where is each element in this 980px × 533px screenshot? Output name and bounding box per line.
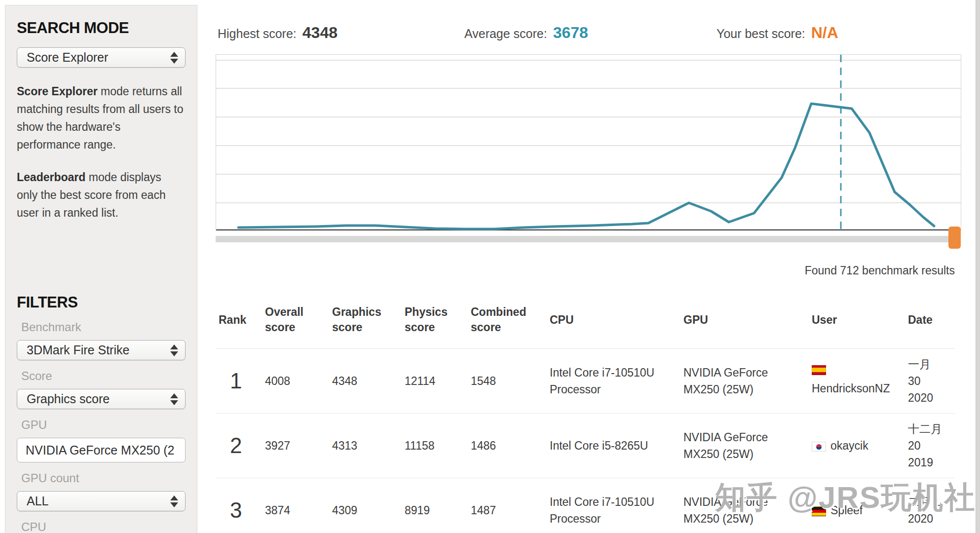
search-mode-select-value: Score Explorer xyxy=(27,50,170,65)
search-mode-heading: SEARCH MODE xyxy=(17,19,185,37)
header-user: User xyxy=(812,312,908,328)
average-score-summary: Average score: 3678 xyxy=(464,24,588,42)
chart-scrollbar-thumb[interactable] xyxy=(948,227,961,249)
user-cell[interactable]: okaycik xyxy=(812,437,908,454)
user-name: okaycik xyxy=(830,439,868,452)
overall-score-value: 3927 xyxy=(265,437,332,454)
user-cell[interactable]: HendricksonNZ xyxy=(812,365,908,397)
highest-score-value: 4348 xyxy=(302,24,338,42)
physics-score-value: 8919 xyxy=(405,502,471,519)
highest-score-label: Highest score: xyxy=(218,27,297,41)
cpu-label: CPU xyxy=(21,520,185,533)
physics-score-value: 11158 xyxy=(405,437,471,454)
filters-heading: FILTERS xyxy=(17,294,185,311)
table-row[interactable]: 2 3927 4313 11158 1486 Intel Core i5-826… xyxy=(216,413,955,478)
user-cell[interactable]: Spleef xyxy=(812,502,908,519)
select-arrows-icon xyxy=(170,495,178,507)
header-rank: Rank xyxy=(216,312,265,328)
your-best-score-summary: Your best score: N/A xyxy=(716,24,838,42)
score-label: Score xyxy=(21,369,185,383)
select-arrows-icon xyxy=(170,52,178,64)
cpu-value: Intel Core i5-8265U xyxy=(550,437,683,454)
graphics-score-value: 4313 xyxy=(332,437,405,454)
highest-score-summary: Highest score: 4348 xyxy=(218,24,338,42)
cpu-value: Intel Core i7-10510U Processor xyxy=(550,364,683,398)
score-explorer-description: Score Explorer mode returns all matching… xyxy=(17,82,185,153)
physics-score-value: 12114 xyxy=(405,373,471,389)
score-select[interactable]: Graphics score xyxy=(17,389,186,409)
your-best-score-value: N/A xyxy=(811,24,838,42)
gpu-value: NVIDIA GeForce MX250 (25W) xyxy=(683,364,812,398)
table-row[interactable]: 1 4008 4348 12114 1548 Intel Core i7-105… xyxy=(216,348,955,413)
gpu-value: NVIDIA GeForce MX250 (25W) xyxy=(683,494,812,527)
combined-score-value: 1487 xyxy=(471,502,550,519)
benchmark-label: Benchmark xyxy=(21,320,185,334)
rank-value: 2 xyxy=(216,435,265,457)
user-name: Spleef xyxy=(830,504,863,517)
date-value: 二月 1 2020 xyxy=(908,494,955,527)
rank-value: 3 xyxy=(216,499,265,521)
results-table: Rank Overall score Graphics score Physic… xyxy=(216,291,955,533)
date-value: 十二月 20 2019 xyxy=(908,420,955,471)
filters-sidebar: SEARCH MODE Score Explorer Score Explore… xyxy=(5,5,197,533)
graphics-score-value: 4309 xyxy=(332,502,405,519)
table-row[interactable]: 3 3874 4309 8919 1487 Intel Core i7-1051… xyxy=(216,478,955,533)
user-name: HendricksonNZ xyxy=(812,382,890,395)
gpu-value: NVIDIA GeForce MX250 (25W) xyxy=(683,429,812,462)
gpu-count-select[interactable]: ALL xyxy=(17,491,186,511)
leaderboard-description: Leaderboard mode displays only the best … xyxy=(17,168,185,222)
header-graphics-score: Graphics score xyxy=(332,305,405,335)
chart-scrollbar-track xyxy=(216,236,961,242)
benchmark-select[interactable]: 3DMark Fire Strike xyxy=(17,340,186,360)
score-select-value: Graphics score xyxy=(27,392,170,406)
germany-flag-icon xyxy=(812,506,826,516)
date-value: 一月 30 2020 xyxy=(908,356,955,406)
graphics-score-value: 4348 xyxy=(332,373,405,389)
your-best-score-label: Your best score: xyxy=(716,27,805,41)
header-physics-score: Physics score xyxy=(405,305,471,335)
header-gpu: GPU xyxy=(683,312,812,328)
score-distribution-line xyxy=(216,55,961,230)
table-header-row: Rank Overall score Graphics score Physic… xyxy=(216,291,955,348)
benchmark-select-value: 3DMark Fire Strike xyxy=(27,343,170,357)
gpu-count-select-value: ALL xyxy=(27,494,170,508)
header-date: Date xyxy=(908,312,955,328)
overall-score-value: 4008 xyxy=(265,373,332,389)
gpu-label: GPU xyxy=(21,418,185,432)
cpu-value: Intel Core i7-10510U Processor xyxy=(550,494,683,527)
combined-score-value: 1486 xyxy=(471,437,550,454)
header-overall-score: Overall score xyxy=(265,305,332,335)
gpu-count-label: GPU count xyxy=(21,471,185,485)
page-scrollbar[interactable] xyxy=(976,0,980,533)
rank-value: 1 xyxy=(216,370,265,392)
header-combined-score: Combined score xyxy=(471,305,550,335)
header-cpu: CPU xyxy=(550,312,683,328)
spain-flag-icon xyxy=(812,365,826,375)
combined-score-value: 1548 xyxy=(471,373,550,389)
average-score-label: Average score: xyxy=(464,27,547,41)
score-distribution-chart xyxy=(216,54,961,230)
south-korea-flag-icon xyxy=(812,442,826,452)
search-mode-select[interactable]: Score Explorer xyxy=(17,47,186,68)
select-arrows-icon xyxy=(170,344,178,356)
gpu-filter-input[interactable] xyxy=(17,438,186,462)
average-score-value: 3678 xyxy=(553,24,588,42)
overall-score-value: 3874 xyxy=(265,502,332,519)
results-count-text: Found 712 benchmark results xyxy=(805,264,955,277)
select-arrows-icon xyxy=(170,393,178,405)
